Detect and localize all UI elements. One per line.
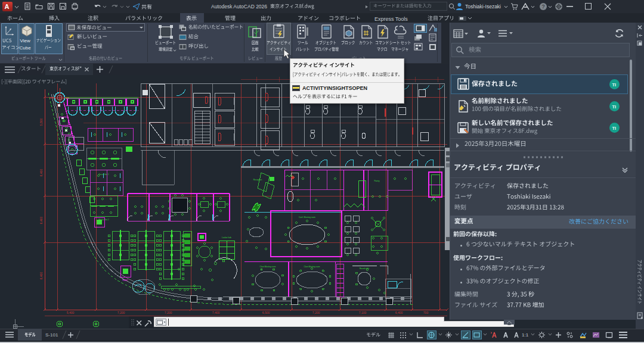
svg-text:6,400: 6,400 xyxy=(39,217,43,224)
svg-text:PhoneBo2: PhoneBo2 xyxy=(70,105,78,107)
svg-text:6,400: 6,400 xyxy=(39,272,43,280)
svg-text:5,400: 5,400 xyxy=(67,311,75,314)
svg-text:PRINT: PRINT xyxy=(123,279,128,282)
svg-text:PhoneBo2: PhoneBo2 xyxy=(129,105,137,107)
svg-text:6,400: 6,400 xyxy=(39,169,43,177)
svg-text:700: 700 xyxy=(423,311,429,314)
svg-text:PhoneBo2: PhoneBo2 xyxy=(94,105,101,107)
svg-text:Client Meeting room: Client Meeting room xyxy=(260,266,276,268)
svg-text:Reception: Reception xyxy=(253,179,262,181)
svg-text:5,800: 5,800 xyxy=(39,119,43,126)
svg-text:PhoneBo2: PhoneBo2 xyxy=(106,105,113,107)
svg-text:Conf. Meeting room: Conf. Meeting room xyxy=(299,216,315,219)
svg-text:6,400: 6,400 xyxy=(395,311,403,314)
svg-text:7,200: 7,200 xyxy=(165,311,172,314)
svg-text:?: ? xyxy=(541,4,544,10)
svg-text:7,200: 7,200 xyxy=(117,311,125,314)
svg-text:Locker hub: Locker hub xyxy=(222,236,231,239)
svg-text:PhoneBo2: PhoneBo2 xyxy=(117,105,125,107)
svg-text:7,200: 7,200 xyxy=(312,311,320,314)
svg-text:Pantry: Pantry xyxy=(374,180,380,182)
svg-text:Focus flex 1: Focus flex 1 xyxy=(98,173,109,176)
svg-text:Client Meeting room: Client Meeting room xyxy=(304,266,320,268)
svg-text:7,400: 7,400 xyxy=(212,311,220,314)
svg-text:PhoneBo2: PhoneBo2 xyxy=(82,105,89,107)
svg-text:Round table: Round table xyxy=(360,267,370,270)
svg-text:6,500: 6,500 xyxy=(262,311,270,314)
svg-text:7,100: 7,100 xyxy=(359,311,367,314)
